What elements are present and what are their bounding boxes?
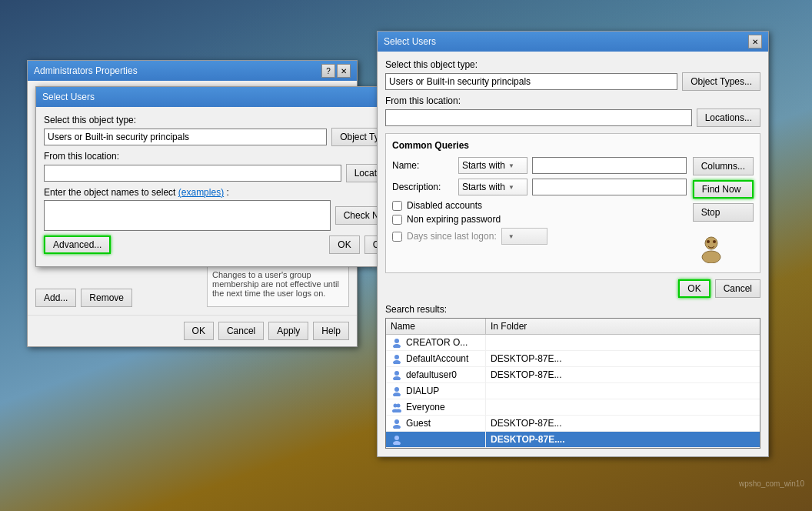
columns-btn[interactable]: Columns... (693, 157, 754, 175)
table-row[interactable]: Everyone (386, 399, 760, 416)
admin-props-help-btn[interactable]: ? (321, 64, 335, 78)
svg-point-6 (394, 355, 399, 359)
cell-folder: DESKTOP-87E... (486, 352, 760, 366)
non-expiring-password-label: Non expiring password (407, 214, 501, 225)
user-icon (391, 401, 403, 413)
svg-point-3 (713, 240, 716, 243)
cell-folder: DESKTOP-87E... (486, 368, 760, 382)
svg-point-4 (394, 339, 399, 343)
admin-cancel-button[interactable]: Cancel (218, 322, 264, 340)
svg-point-17 (393, 425, 401, 429)
main-location-field[interactable] (385, 109, 692, 126)
table-row[interactable]: GuestDESKTOP-87E... (386, 416, 760, 432)
name-query-field[interactable] (532, 157, 687, 174)
main-object-type-field[interactable] (385, 73, 677, 90)
main-locations-btn[interactable]: Locations... (697, 109, 760, 127)
cell-folder (486, 406, 760, 409)
select-users-inner-titlebar: Select Users ✕ (36, 87, 418, 107)
cell-folder (486, 389, 760, 392)
svg-point-5 (393, 344, 401, 348)
user-icon (391, 369, 403, 381)
cell-folder: DESKTOP-87E... (486, 416, 760, 430)
main-cancel-btn[interactable]: Cancel (715, 279, 760, 298)
desc-query-label: Description: (392, 182, 454, 192)
select-users-main-titlebar: Select Users ✕ (378, 32, 768, 52)
inner-names-textarea[interactable] (44, 200, 331, 231)
user-icon (391, 385, 403, 397)
inner-advanced-btn[interactable]: Advanced... (44, 235, 111, 254)
add-button[interactable]: Add... (35, 289, 76, 307)
user-icon (391, 417, 403, 429)
table-row[interactable]: DIALUP (386, 383, 760, 399)
admin-ok-button[interactable]: OK (184, 322, 214, 340)
cell-folder (486, 341, 760, 344)
days-logon-label: Days since last logon: (407, 231, 497, 242)
cell-name: DefaultAccount (386, 351, 486, 366)
admin-props-titlebar: Administrators Properties ? ✕ (28, 61, 357, 81)
user-icon (391, 352, 403, 365)
cell-name (386, 432, 486, 447)
cell-name-text: defaultuser0 (406, 369, 457, 380)
select-users-main-close-btn[interactable]: ✕ (748, 35, 762, 48)
inner-enter-names-label: Enter the object names to select (exampl… (44, 187, 410, 198)
admin-props-close-btn[interactable]: ✕ (337, 64, 351, 78)
svg-point-1 (702, 251, 720, 263)
disabled-accounts-checkbox[interactable] (392, 201, 402, 211)
find-now-btn[interactable]: Find Now (693, 180, 754, 199)
inner-object-type-field[interactable] (44, 129, 327, 145)
desc-dropdown[interactable]: Starts with ▼ (458, 179, 527, 195)
search-results-table[interactable]: Name In Folder CREATOR O...DefaultAccoun… (385, 318, 760, 449)
svg-point-7 (393, 360, 401, 364)
disabled-accounts-label: Disabled accounts (407, 200, 482, 211)
svg-point-19 (393, 441, 401, 445)
cell-name: Everyone (386, 399, 486, 415)
non-expiring-password-checkbox[interactable] (392, 215, 402, 225)
svg-point-8 (394, 371, 399, 376)
admin-info: Changes to a user's group membership are… (207, 261, 349, 307)
remove-button[interactable]: Remove (81, 289, 132, 307)
cell-name: INTERACTIVE (386, 448, 486, 449)
table-rows-container: CREATOR O...DefaultAccountDESKTOP-87E...… (386, 335, 760, 449)
svg-point-9 (393, 376, 401, 380)
cell-name: DIALUP (386, 383, 486, 399)
name-dropdown[interactable]: Starts with ▼ (458, 157, 527, 174)
svg-point-18 (394, 436, 399, 440)
inner-location-label: From this location: (44, 151, 410, 162)
inner-examples-link[interactable]: (examples) (178, 187, 224, 198)
days-logon-checkbox[interactable] (392, 232, 402, 242)
search-results-label: Search results: (385, 304, 760, 315)
main-ok-btn[interactable]: OK (678, 279, 710, 298)
svg-point-10 (394, 387, 399, 392)
admin-help-button[interactable]: Help (313, 322, 349, 340)
table-row[interactable]: INTERACTIVE (386, 448, 760, 449)
inner-ok-btn[interactable]: OK (329, 235, 359, 254)
cell-name: CREATOR O... (386, 335, 486, 350)
cell-name: Guest (386, 416, 486, 431)
table-header: Name In Folder (386, 319, 760, 335)
admin-apply-button[interactable]: Apply (268, 322, 308, 340)
inner-object-type-label: Select this object type: (44, 115, 410, 125)
col-folder-header: In Folder (486, 319, 760, 334)
cell-name-text: CREATOR O... (406, 337, 468, 348)
main-object-types-btn[interactable]: Object Types... (682, 72, 760, 91)
table-row[interactable]: DefaultAccountDESKTOP-87E... (386, 351, 760, 367)
select-users-inner-dialog: Select Users ✕ Select this object type: … (35, 86, 418, 267)
select-users-main-dialog: Select Users ✕ Select this object type: … (377, 31, 769, 457)
desc-query-field[interactable] (532, 179, 687, 195)
svg-point-16 (394, 419, 399, 424)
select-users-inner-title: Select Users (42, 92, 95, 102)
table-row[interactable]: defaultuser0DESKTOP-87E... (386, 367, 760, 383)
days-dropdown[interactable]: ▼ (501, 228, 547, 245)
cell-name-text: Everyone (406, 402, 445, 412)
cell-name-text: DIALUP (406, 386, 439, 396)
cell-name-text: DefaultAccount (406, 353, 468, 364)
table-row[interactable]: CREATOR O... (386, 335, 760, 351)
main-location-label: From this location: (385, 95, 760, 106)
inner-location-field[interactable] (44, 165, 341, 182)
cell-folder: DESKTOP-87E.... (486, 433, 760, 446)
main-object-type-label: Select this object type: (385, 59, 760, 70)
kerberos-icon (693, 229, 730, 266)
stop-btn[interactable]: Stop (693, 203, 754, 222)
cell-name-text: Guest (406, 418, 431, 429)
table-row[interactable]: DESKTOP-87E.... (386, 432, 760, 448)
